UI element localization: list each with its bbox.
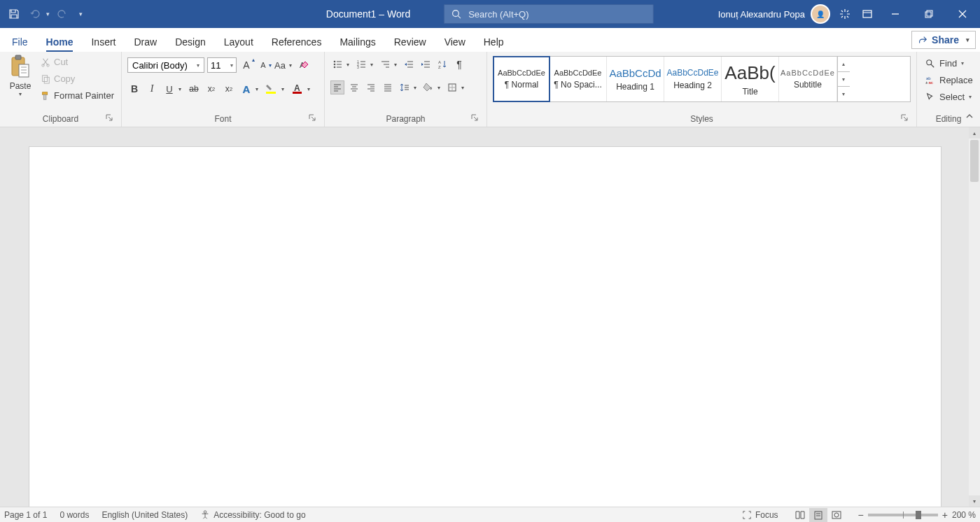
change-case-button[interactable]: Aa▾ <box>273 58 294 72</box>
style-item-1[interactable]: AaBbCcDdEe¶ No Spaci... <box>550 57 607 101</box>
tab-references[interactable]: References <box>262 31 331 52</box>
search-box[interactable]: Search (Alt+Q) <box>444 4 654 24</box>
style-item-5[interactable]: AaBbCcDdEeSubtitle <box>779 57 837 101</box>
cut-button[interactable]: Cut <box>39 55 115 69</box>
zoom-in-button[interactable]: + <box>942 509 948 521</box>
save-button[interactable] <box>6 6 22 22</box>
clear-formatting-button[interactable]: A <box>297 58 311 72</box>
tab-insert[interactable]: Insert <box>82 31 125 52</box>
text-effects-button[interactable]: A▾ <box>239 82 260 96</box>
subscript-button[interactable]: x2 <box>204 82 218 96</box>
paste-dropdown-icon[interactable]: ▾ <box>19 91 22 97</box>
zoom-out-button[interactable]: − <box>858 509 864 521</box>
word-count[interactable]: 0 words <box>59 510 89 520</box>
maximize-button[interactable] <box>916 0 942 28</box>
paragraph-launcher[interactable] <box>471 114 481 124</box>
decrease-indent-button[interactable] <box>402 57 416 71</box>
format-painter-button[interactable]: Format Painter <box>39 88 115 103</box>
clipboard-launcher[interactable] <box>106 114 115 124</box>
paste-button[interactable]: Paste ▾ <box>6 55 35 97</box>
search-placeholder: Search (Alt+Q) <box>468 9 528 20</box>
svg-point-25 <box>334 61 336 63</box>
read-mode-button[interactable] <box>791 508 809 522</box>
borders-button[interactable]: ▾ <box>445 80 466 94</box>
coming-soon-button[interactable] <box>837 6 853 22</box>
superscript-button[interactable]: x2 <box>222 82 236 96</box>
language[interactable]: English (United States) <box>102 510 188 520</box>
close-button[interactable] <box>949 0 976 28</box>
undo-button[interactable] <box>27 6 43 22</box>
styles-scroll-down[interactable]: ▾ <box>838 72 850 87</box>
scroll-up-button[interactable]: ▴ <box>969 127 980 139</box>
share-button[interactable]: Share ▾ <box>911 31 976 49</box>
style-item-0[interactable]: AaBbCcDdEe¶ Normal <box>493 56 550 102</box>
numbering-button[interactable]: 123▾ <box>354 57 375 71</box>
multilevel-list-button[interactable]: ▾ <box>378 57 399 71</box>
show-paragraph-marks-button[interactable]: ¶ <box>452 57 466 71</box>
copy-button[interactable]: Copy <box>39 71 115 86</box>
select-button[interactable]: Select ▾ <box>923 90 974 104</box>
zoom-value[interactable]: 200 % <box>952 510 976 520</box>
styles-scroll-up[interactable]: ▴ <box>838 57 850 72</box>
style-item-3[interactable]: AaBbCcDdEeHeading 2 <box>664 57 722 101</box>
font-launcher[interactable] <box>309 114 318 124</box>
paste-icon <box>9 55 31 80</box>
increase-indent-button[interactable] <box>419 57 433 71</box>
shrink-font-button[interactable]: A▾ <box>256 58 270 72</box>
align-right-button[interactable] <box>364 80 378 94</box>
replace-button[interactable]: abac Replace <box>923 73 976 87</box>
undo-dropdown-icon[interactable]: ▾ <box>46 10 50 17</box>
align-left-button[interactable] <box>330 80 344 94</box>
strikethrough-button[interactable]: ab <box>187 82 201 96</box>
zoom-slider-thumb[interactable] <box>916 511 921 519</box>
tab-help[interactable]: Help <box>475 31 513 52</box>
redo-button[interactable] <box>54 6 71 22</box>
tab-layout[interactable]: Layout <box>215 31 262 52</box>
tab-design[interactable]: Design <box>166 31 215 52</box>
print-layout-button[interactable] <box>809 508 827 522</box>
justify-button[interactable] <box>381 80 395 94</box>
user-account[interactable]: Ionuț Alexandru Popa 👤 <box>718 4 830 24</box>
vertical-scrollbar[interactable]: ▴ ▾ <box>969 127 980 507</box>
shading-button[interactable]: ▾ <box>421 80 442 94</box>
tab-view[interactable]: View <box>435 31 475 52</box>
font-size-combo[interactable]: 11▾ <box>207 57 237 73</box>
chevron-down-icon: ▾ <box>197 62 200 69</box>
focus-mode-button[interactable]: Focus <box>742 510 778 520</box>
underline-button[interactable]: U▾ <box>162 82 183 96</box>
styles-launcher[interactable] <box>901 114 911 124</box>
scroll-down-button[interactable]: ▾ <box>969 495 980 507</box>
tab-draw[interactable]: Draw <box>125 31 166 52</box>
web-layout-button[interactable] <box>827 508 846 522</box>
highlight-button[interactable]: ▾ <box>264 82 286 96</box>
bullets-button[interactable]: ▾ <box>330 57 351 71</box>
collapse-ribbon-button[interactable] <box>965 111 976 122</box>
accessibility-status[interactable]: Accessibility: Good to go <box>200 510 305 520</box>
chevron-down-icon: ▾ <box>969 94 972 100</box>
tab-file[interactable]: File <box>3 31 37 52</box>
bold-button[interactable]: B <box>127 82 141 96</box>
tab-review[interactable]: Review <box>385 31 435 52</box>
sort-button[interactable]: AZ <box>435 57 449 71</box>
styles-expand[interactable]: ▾ <box>838 87 850 101</box>
italic-button[interactable]: I <box>145 82 159 96</box>
qat-customize-button[interactable]: ▾ <box>79 10 83 17</box>
style-item-4[interactable]: AaBb(Title <box>722 57 779 101</box>
document-page[interactable] <box>29 147 941 507</box>
svg-rect-18 <box>44 77 49 83</box>
ribbon-display-button[interactable] <box>860 6 875 22</box>
page-info[interactable]: Page 1 of 1 <box>4 510 47 520</box>
align-center-button[interactable] <box>347 80 361 94</box>
line-spacing-button[interactable]: ▾ <box>398 80 419 94</box>
font-color-button[interactable]: A▾ <box>290 82 312 96</box>
font-name-combo[interactable]: Calibri (Body)▾ <box>127 57 204 73</box>
maximize-icon <box>925 10 933 18</box>
scroll-thumb[interactable] <box>970 140 979 182</box>
minimize-button[interactable] <box>882 0 909 28</box>
tab-home[interactable]: Home <box>37 31 83 52</box>
grow-font-button[interactable]: A▴ <box>239 58 253 72</box>
zoom-slider[interactable] <box>868 514 938 516</box>
style-item-2[interactable]: AaBbCcDdHeading 1 <box>607 57 664 101</box>
tab-mailings[interactable]: Mailings <box>330 31 384 52</box>
find-button[interactable]: Find ▾ <box>923 56 967 71</box>
